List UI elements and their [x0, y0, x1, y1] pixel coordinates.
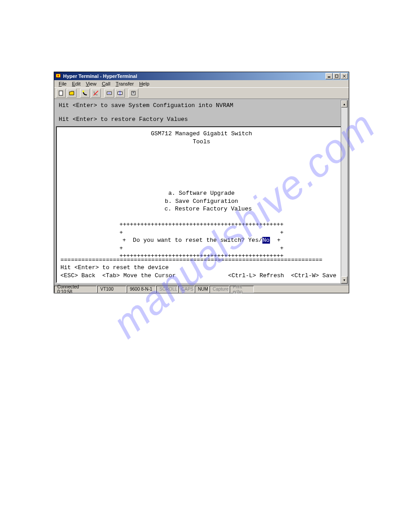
dialog-question: + Do you want to reset the switch? Yes/N…	[60, 236, 342, 245]
status-capture: Capture	[210, 286, 229, 293]
menu-option-c: c. Restore Factory Values	[60, 205, 342, 213]
disconnect-button[interactable]	[91, 89, 101, 98]
open-button[interactable]	[67, 89, 77, 98]
menu-file[interactable]: File	[56, 81, 69, 87]
terminal-area: Hit <Enter> to save System Configuation …	[54, 99, 349, 285]
maximize-button[interactable]	[333, 73, 340, 79]
svg-rect-6	[59, 91, 63, 95]
svg-point-1	[57, 75, 59, 77]
scrollback-line: Hit <Enter> to save System Configuation …	[59, 102, 344, 110]
menu-option-b: b. Save Configuration	[60, 197, 342, 206]
menubar: File Edit View Call Transfer Help	[54, 80, 349, 87]
menu-call[interactable]: Call	[99, 81, 113, 87]
terminal-scrollback: Hit <Enter> to save System Configuation …	[55, 100, 348, 125]
minimize-button[interactable]	[325, 73, 333, 79]
status-scroll: SCROLL	[156, 286, 178, 293]
menu-transfer[interactable]: Transfer	[113, 81, 137, 87]
call-button[interactable]	[80, 89, 90, 98]
window-title: Hyper Terminal - HyperTerminal	[63, 73, 325, 79]
status-caps: CAPS	[178, 286, 194, 293]
terminal-screen[interactable]: GSM712 Managed Gigabit SwitchTools a. So…	[56, 126, 347, 283]
status-print: Print echo	[230, 286, 254, 293]
dialog-empty: + +	[60, 245, 342, 253]
statusbar: Connected 0:10:58 VT100 9600 8-N-1 SCROL…	[54, 285, 349, 293]
receive-button[interactable]	[115, 89, 125, 98]
screen-title: GSM712 Managed Gigabit Switch	[60, 130, 342, 138]
scroll-up-button[interactable]: ▴	[341, 100, 347, 107]
properties-button[interactable]	[128, 89, 138, 98]
selected-option[interactable]: No	[262, 237, 270, 244]
menu-option-a: a. Software Upgrade	[60, 189, 342, 197]
new-button[interactable]	[56, 89, 66, 98]
menu-help[interactable]: Help	[137, 81, 152, 87]
application-window: Hyper Terminal - HyperTerminal File Edit…	[54, 72, 349, 293]
status-emulation: VT100	[97, 286, 126, 293]
status-connected: Connected 0:10:58	[54, 286, 97, 293]
send-button[interactable]	[104, 89, 114, 98]
vertical-scrollbar[interactable]: ▴ ▾	[341, 100, 348, 284]
svg-rect-3	[335, 75, 338, 77]
divider: ========================================…	[60, 256, 342, 264]
app-icon	[55, 73, 61, 79]
dialog-empty: + +	[60, 229, 342, 237]
scroll-track[interactable]	[341, 107, 347, 276]
footer-shortcuts: <ESC> Back <Tab> Move the Cursor <Ctrl-L…	[60, 272, 342, 280]
svg-point-7	[82, 90, 84, 92]
dialog-border: ++++++++++++++++++++++++++++++++++++++++…	[60, 221, 342, 229]
screen-subtitle: Tools	[60, 138, 342, 146]
scroll-down-button[interactable]: ▾	[341, 276, 347, 283]
scrollback-line: Hit <Enter> to restore Factory Values	[59, 116, 344, 124]
close-button[interactable]	[341, 73, 348, 79]
menu-view[interactable]: View	[83, 81, 99, 87]
toolbar	[54, 87, 349, 99]
status-num: NUM	[195, 286, 209, 293]
status-baud: 9600 8-N-1	[127, 286, 156, 293]
menu-edit[interactable]: Edit	[69, 81, 83, 87]
titlebar[interactable]: Hyper Terminal - HyperTerminal	[54, 72, 349, 80]
footer-instruction: Hit <Enter> to reset the device	[60, 264, 342, 272]
